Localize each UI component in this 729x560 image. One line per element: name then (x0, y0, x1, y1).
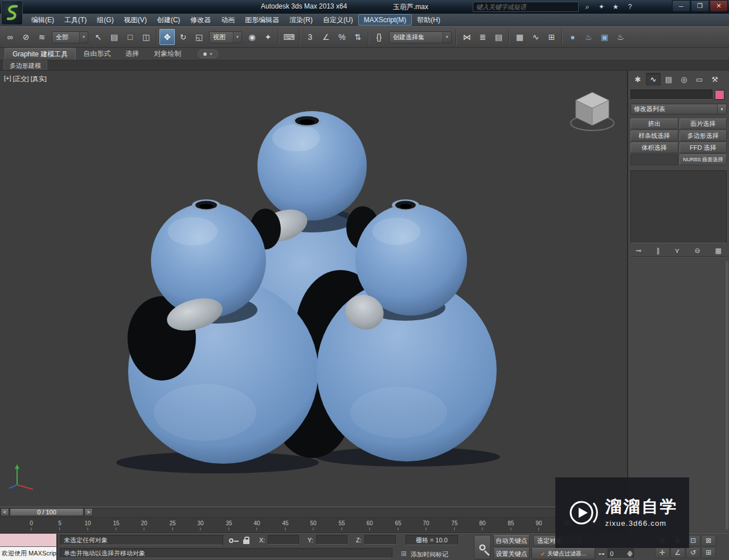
macro-recorder-field[interactable] (0, 534, 58, 547)
menu-customize[interactable]: 自定义(U) (318, 14, 358, 26)
x-coordinate-field[interactable] (268, 535, 299, 545)
percent-snap-icon[interactable]: % (334, 29, 350, 45)
track-bar[interactable]: 0 5 10 15 20 25 30 35 40 45 50 55 60 65 … (0, 517, 628, 533)
viewport-menu-projection[interactable]: [正交] (13, 75, 29, 83)
selection-region-icon[interactable]: □ (122, 29, 138, 45)
window-crossing-icon[interactable]: ◫ (138, 29, 154, 45)
patch-select-button[interactable]: 面片选择 (679, 118, 727, 129)
keyboard-override-icon[interactable]: ⌨ (281, 29, 297, 45)
menu-tools[interactable]: 工具(T) (59, 14, 92, 26)
unlink-selection-icon[interactable]: ⊘ (18, 29, 34, 45)
tab-polygon-modeling[interactable]: 多边形建模 (3, 60, 47, 70)
auto-key-button[interactable]: 自动关键点 (493, 535, 530, 546)
maximize-viewport-icon[interactable]: ⊞ (701, 547, 716, 558)
named-selection-sets-icon[interactable]: {} (371, 29, 387, 45)
nurbs-surface-select-button[interactable]: NURBS 曲面选择 (679, 154, 727, 165)
time-tag-icon[interactable]: ⊞ (398, 549, 409, 559)
volume-select-button[interactable]: 体积选择 (630, 142, 678, 153)
select-and-link-icon[interactable]: ∞ (2, 29, 18, 45)
show-end-result-icon[interactable]: ∥ (656, 247, 660, 255)
pan-icon[interactable]: ✛ (655, 547, 670, 558)
modifier-list-dropdown[interactable]: 修改器列表 ▼ (630, 104, 727, 115)
ribbon-toggle-icon[interactable]: ▦ (512, 29, 527, 45)
modifier-stack[interactable] (630, 170, 727, 243)
object-name-field[interactable] (630, 89, 712, 100)
mirror-icon[interactable]: ⋈ (459, 29, 474, 45)
spinner-snap-icon[interactable]: ⇅ (350, 29, 366, 45)
extrude-button[interactable]: 挤出 (630, 118, 678, 129)
menu-rendering[interactable]: 渲染(R) (284, 14, 318, 26)
menu-group[interactable]: 组(G) (92, 14, 118, 26)
minimize-button[interactable]: ─ (672, 0, 690, 12)
orbit-icon[interactable]: ↺ (686, 547, 701, 558)
menu-create[interactable]: 创建(C) (152, 14, 186, 26)
ribbon-options-icon[interactable]: ▼ (198, 50, 218, 58)
tab-graphite-modeling[interactable]: Graphite 建模工具 (5, 48, 76, 60)
lock-selection-icon[interactable] (240, 536, 252, 546)
schematic-view-icon[interactable]: ⊞ (544, 29, 559, 45)
add-time-tag[interactable]: 添加时间标记 (411, 550, 448, 559)
align-icon[interactable]: ≣ (475, 29, 490, 45)
app-logo-icon[interactable] (1, 1, 23, 25)
select-and-rotate-icon[interactable]: ↻ (175, 29, 191, 45)
key-mode-toggle-icon[interactable]: ⊶ (597, 549, 606, 558)
tab-motion[interactable]: ◎ (677, 73, 691, 85)
menu-views[interactable]: 视图(V) (119, 14, 152, 26)
configure-modifier-sets-icon[interactable]: ▦ (715, 247, 722, 255)
menu-animation[interactable]: 动画 (216, 14, 240, 26)
key-icon[interactable] (226, 536, 237, 546)
angle-snap-icon[interactable]: ∠ (318, 29, 334, 45)
z-coordinate-field[interactable] (364, 535, 396, 545)
key-filters-button[interactable]: ✓ 关键点过滤器... (531, 548, 595, 559)
menu-edit[interactable]: 编辑(E) (26, 14, 59, 26)
bind-to-space-warp-icon[interactable]: ≋ (34, 29, 50, 45)
select-object-icon[interactable]: ↖ (91, 29, 106, 45)
y-coordinate-field[interactable] (316, 535, 347, 545)
current-frame-field[interactable] (608, 549, 626, 558)
set-key-button[interactable]: 设置关键点 (493, 548, 530, 559)
rendered-frame-icon[interactable]: ▣ (597, 29, 612, 45)
previous-frame-button[interactable]: < (1, 508, 9, 516)
spinner-down-icon[interactable] (627, 554, 633, 558)
remove-modifier-icon[interactable]: ⊖ (694, 247, 700, 255)
current-frame-spinner[interactable] (608, 549, 634, 559)
tab-modify[interactable]: ∿ (646, 73, 661, 85)
curve-editor-icon[interactable]: ∿ (528, 29, 543, 45)
time-slider-track[interactable] (0, 508, 628, 516)
render-production-icon[interactable]: ♨ (613, 29, 628, 45)
select-by-name-icon[interactable]: ▤ (107, 29, 122, 45)
tab-freeform[interactable]: 自由形式 (76, 48, 118, 60)
material-editor-icon[interactable]: ● (565, 29, 580, 45)
walk-through-icon[interactable]: ∠ (670, 547, 685, 558)
search-input[interactable] (473, 2, 579, 12)
time-slider-handle[interactable]: 0 / 100 (10, 508, 84, 516)
menu-graph-editors[interactable]: 图形编辑器 (240, 14, 284, 26)
help-icon[interactable]: ? (624, 1, 636, 13)
use-pivot-center-icon[interactable]: ◉ (244, 29, 260, 45)
render-setup-icon[interactable]: ♨ (581, 29, 596, 45)
communication-center-icon[interactable]: ✦ (595, 1, 608, 13)
tab-object-paint[interactable]: 对象绘制 (146, 48, 189, 60)
viewport[interactable]: [+] [正交] [真实] (0, 71, 628, 506)
close-button[interactable]: ✕ (710, 0, 728, 12)
selection-filter-dropdown[interactable]: 全部 ▼ (52, 31, 88, 43)
favorites-icon[interactable]: ★ (609, 1, 622, 13)
zoom-region-icon[interactable]: ⊠ (701, 535, 716, 546)
reference-coordinate-dropdown[interactable]: 视图 ▼ (209, 31, 242, 43)
tab-hierarchy[interactable]: ▤ (661, 73, 676, 85)
menu-modifiers[interactable]: 修改器 (185, 14, 216, 26)
snap-toggle-3d-icon[interactable]: 3 (302, 29, 318, 45)
tab-utilities[interactable]: ⚒ (707, 73, 722, 85)
menu-maxscript[interactable]: MAXScript(M) (358, 14, 412, 26)
object-color-swatch[interactable] (715, 90, 724, 100)
viewport-menu-shading[interactable]: [真实] (31, 75, 47, 83)
make-unique-icon[interactable]: ⋎ (674, 247, 679, 255)
poly-select-button[interactable]: 多边形选择 (679, 130, 727, 141)
set-keys-button[interactable] (474, 535, 491, 559)
viewport-menu-plus[interactable]: [+] (4, 75, 11, 83)
search-icon[interactable]: ⌕ (581, 1, 593, 13)
spinner-up-icon[interactable] (627, 550, 633, 554)
pin-stack-icon[interactable]: ⊸ (636, 247, 641, 255)
select-and-manipulate-icon[interactable]: ✦ (260, 29, 276, 45)
named-selection-set-dropdown[interactable]: 创建选择集 ▼ (389, 31, 452, 43)
